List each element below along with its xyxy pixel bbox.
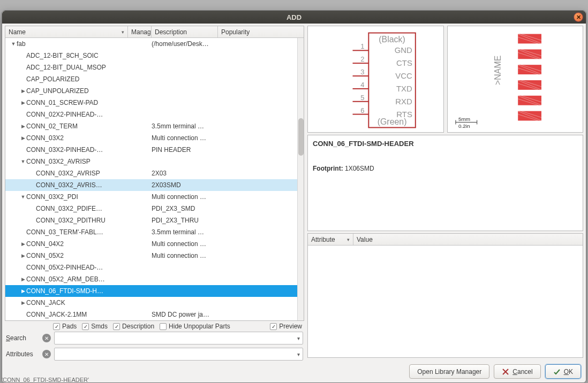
attribute-table: Attribute ▾ Value (307, 233, 583, 358)
svg-text:>NAME: >NAME (493, 56, 502, 85)
tree-row[interactable]: CONN_05X2-PINHEAD-… (5, 262, 304, 273)
tree-row[interactable]: ▶CONN_04X2Multi connection … (5, 238, 304, 250)
add-dialog: ADD ✕ Name ▾ Managed Descripti (2, 10, 586, 383)
tree-row[interactable]: ▶CONN_03X2Multi connection … (5, 132, 304, 144)
tree-row[interactable]: ▶CONN_05X2_ARM_DEB… (5, 273, 304, 285)
tree-row[interactable]: ▶CONN_05X2Multi connection … (5, 250, 304, 262)
tree-row[interactable]: CONN_03X2_AVRISP2X03 (5, 167, 304, 179)
tree-row[interactable]: CONN_JACK-2.1MMSMD DC power ja… (5, 309, 304, 320)
attributes-label: Attributes (6, 350, 39, 358)
clear-search-icon[interactable]: ✕ (42, 334, 51, 342)
tree-row[interactable]: CONN_03X2_PDIFE…PDI_2X3_SMD (5, 203, 304, 215)
tree-scrollbar[interactable] (297, 38, 304, 320)
col-value[interactable]: Value (353, 234, 583, 245)
tree-row[interactable]: CONN_03_TERM'-FABL…3.5mm terminal … (5, 226, 304, 238)
tree-row[interactable]: ▶CONN_06_FTDI-SMD-H… (5, 285, 304, 297)
tree-row[interactable]: CONN_03X2-PINHEAD-…PIN HEADER (5, 144, 304, 156)
svg-text:3: 3 (360, 68, 364, 76)
filter-hide-unpopular[interactable]: Hide Unpopular Parts (160, 323, 230, 330)
svg-text:RXD: RXD (395, 97, 412, 106)
part-info: CONN_06_FTDI-SMD-HEADER Footprint: 1X06S… (307, 135, 583, 231)
tree-row[interactable]: CONN_03X2_PDITHRUPDI_2X3_THRU (5, 215, 304, 226)
chevron-down-icon: ▾ (347, 237, 350, 242)
svg-text:(Black): (Black) (379, 35, 405, 44)
tree-row[interactable]: ▼CONN_03X2_PDIMulti connection … (5, 191, 304, 203)
cancel-icon (502, 368, 509, 376)
filter-preview[interactable]: ✓ Preview (270, 323, 302, 330)
chevron-down-icon: ▾ (294, 335, 303, 341)
checkbox-icon: ✓ (82, 323, 89, 330)
clear-attributes-icon[interactable]: ✕ (42, 350, 51, 358)
filter-description[interactable]: ✓ Description (113, 323, 154, 330)
col-name[interactable]: Name ▾ (5, 26, 128, 37)
footprint-label: Footprint: (313, 165, 343, 172)
col-attribute[interactable]: Attribute ▾ (308, 234, 353, 245)
chevron-down-icon: ▾ (122, 29, 124, 35)
svg-text:TXD: TXD (396, 85, 412, 93)
search-input[interactable]: ▾ (54, 332, 303, 344)
svg-text:CTS: CTS (396, 59, 412, 67)
scrollbar-thumb[interactable] (298, 118, 304, 156)
svg-text:(Green): (Green) (378, 117, 407, 126)
tree-row[interactable]: ADC_12-BIT_DUAL_MSOP (5, 62, 304, 73)
svg-text:5mm: 5mm (458, 116, 470, 122)
part-tree: Name ▾ Managed Description Popularity (5, 26, 304, 321)
open-library-button[interactable]: Open Library Manager (409, 364, 489, 379)
footprint-value: 1X06SMD (345, 165, 374, 172)
checkbox-icon (160, 323, 167, 330)
tree-row[interactable]: ▼fab(/home/user/Desk… (5, 38, 304, 50)
svg-text:0.2in: 0.2in (458, 123, 470, 129)
chevron-down-icon: ▾ (294, 351, 303, 357)
tree-row[interactable]: CONN_02X2-PINHEAD-… (5, 109, 304, 120)
footprint-preview[interactable]: >NAME 5mm 0.2in (447, 26, 584, 133)
col-description[interactable]: Description (152, 26, 218, 37)
tree-row[interactable]: CONN_03X2_AVRIS…2X03SMD (5, 179, 304, 191)
close-icon[interactable]: ✕ (574, 12, 583, 22)
window-title: ADD (287, 13, 301, 21)
search-label: Search (6, 334, 39, 342)
svg-text:5: 5 (360, 94, 364, 102)
part-title: CONN_06_FTDI-SMD-HEADER (313, 140, 578, 148)
checkbox-icon: ✓ (53, 323, 60, 330)
ok-button[interactable]: OK (545, 364, 581, 379)
schematic-preview[interactable]: (Black) (Green) 1GND2CTS3VCC4TXD5RXD6RTS (307, 26, 444, 133)
tree-row[interactable]: ▶CONN_01_SCREW-PAD (5, 97, 304, 109)
svg-text:1: 1 (360, 42, 364, 50)
svg-text:VCC: VCC (395, 72, 412, 80)
filter-smds[interactable]: ✓ Smds (82, 323, 108, 330)
filter-pads[interactable]: ✓ Pads (53, 323, 77, 330)
tree-row[interactable]: ADC_12-BIT_8CH_SOIC (5, 50, 304, 62)
tree-row[interactable]: CAP_POLARIZED (5, 73, 304, 85)
cancel-button[interactable]: Cancel (494, 364, 540, 379)
svg-text:6: 6 (360, 106, 364, 114)
col-managed[interactable]: Managed (128, 26, 152, 37)
svg-text:4: 4 (360, 81, 364, 89)
attributes-input[interactable]: ▾ (54, 348, 303, 361)
titlebar: ADD ✕ (2, 11, 586, 24)
svg-text:2: 2 (360, 55, 364, 63)
checkbox-icon: ✓ (270, 323, 277, 330)
ok-icon (553, 368, 561, 376)
tree-row[interactable]: ▶CAP_UNPOLARIZED (5, 85, 304, 97)
status-bar: 'CONN_06_FTDI-SMD-HEADER' (2, 377, 89, 383)
svg-text:RTS: RTS (396, 110, 412, 119)
tree-row[interactable]: ▼CONN_03X2_AVRISP (5, 156, 304, 167)
tree-row[interactable]: ▶CONN_02_TERM3.5mm terminal … (5, 120, 304, 132)
svg-text:GND: GND (395, 46, 412, 55)
col-popularity[interactable]: Popularity (218, 26, 304, 37)
tree-headers: Name ▾ Managed Description Popularity (5, 26, 304, 38)
tree-row[interactable]: ▶CONN_JACK (5, 297, 304, 309)
checkbox-icon: ✓ (113, 323, 120, 330)
